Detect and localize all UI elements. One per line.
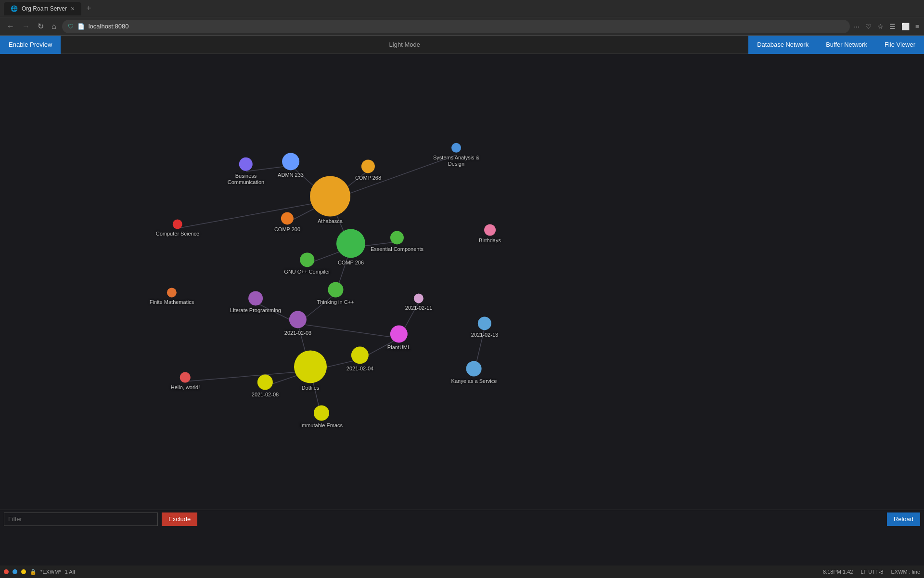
file-viewer-button[interactable]: File Viewer — [876, 36, 924, 54]
node-circle — [173, 219, 182, 229]
network-node[interactable]: COMP 268 — [355, 159, 381, 181]
sidebar-icon[interactable]: ⬜ — [901, 23, 910, 30]
reader-view-icon[interactable]: ☰ — [889, 23, 896, 30]
node-label: COMP 268 — [355, 175, 381, 181]
status-right: 8:18PM 1.42 LF UTF-8 EXWM : line — [823, 569, 920, 575]
node-circle — [478, 316, 491, 330]
network-node[interactable]: Immutable Emacs — [300, 405, 343, 429]
exclude-button[interactable]: Exclude — [162, 512, 197, 526]
new-tab-button[interactable]: + — [83, 3, 94, 13]
forward-button[interactable]: → — [20, 20, 32, 33]
node-label: Literate Programming — [230, 307, 281, 314]
network-node[interactable]: BusinessCommunication — [228, 158, 264, 185]
toolbar-center: Light Mode — [389, 41, 420, 48]
network-node[interactable]: Kanye as a Service — [451, 361, 497, 384]
network-node[interactable]: Dotfiles — [294, 350, 327, 391]
menu-dots-icon[interactable]: ··· — [854, 23, 860, 30]
node-circle — [484, 224, 496, 236]
main-menu-icon[interactable]: ≡ — [915, 23, 919, 30]
network-node[interactable]: 2021-02-08 — [252, 374, 279, 398]
network-node[interactable]: GNU C++ Compiler — [284, 252, 330, 275]
svg-line-12 — [298, 324, 399, 338]
light-mode-label: Light Mode — [389, 41, 420, 48]
network-node[interactable]: Birthdays — [479, 224, 501, 244]
address-bar[interactable]: 🛡 📄 localhost:8080 — [62, 20, 850, 33]
node-label: Kanye as a Service — [451, 378, 497, 384]
filter-bar: Exclude Reload — [0, 510, 924, 528]
reload-button[interactable]: Reload — [887, 512, 920, 526]
node-circle — [351, 346, 369, 364]
network-node[interactable]: Hello, world! — [171, 372, 200, 391]
tab-title: Org Roam Server — [22, 5, 67, 12]
back-button[interactable]: ← — [5, 20, 16, 33]
node-circle — [294, 350, 327, 383]
network-node[interactable]: Finite Mathematics — [150, 288, 194, 305]
status-mode: EXWM : line — [891, 569, 920, 575]
network-node[interactable]: 2021-02-13 — [471, 316, 498, 338]
network-node[interactable]: ADMN 233 — [278, 153, 304, 178]
filter-input[interactable] — [4, 512, 158, 526]
enable-preview-button[interactable]: Enable Preview — [0, 36, 61, 54]
node-label: Immutable Emacs — [300, 422, 343, 429]
node-circle — [328, 282, 343, 297]
node-label: Hello, world! — [171, 384, 200, 391]
node-label: 2021-02-11 — [405, 305, 432, 311]
active-tab[interactable]: 🌐 Org Roam Server × — [4, 2, 81, 15]
node-circle — [282, 153, 299, 170]
node-circle — [167, 288, 177, 297]
tab-strip: 🌐 Org Roam Server × + — [4, 2, 94, 15]
network-node[interactable]: COMP 206 — [336, 229, 365, 266]
network-node[interactable]: Literate Programming — [230, 291, 281, 314]
node-label: 2021-02-08 — [252, 392, 279, 398]
shield-icon: 🛡 — [68, 23, 74, 30]
buffer-network-button[interactable]: Buffer Network — [817, 36, 876, 54]
status-time: 8:18PM 1.42 — [823, 569, 853, 575]
url-display: localhost:8080 — [89, 23, 844, 30]
database-network-button[interactable]: Database Network — [748, 36, 817, 54]
network-edges-svg — [0, 54, 924, 540]
node-label: GNU C++ Compiler — [284, 269, 330, 275]
page-icon: 📄 — [77, 23, 85, 30]
node-label: Dotfiles — [302, 385, 320, 391]
node-label: Computer Science — [156, 231, 200, 237]
network-node[interactable]: 2021-02-04 — [346, 346, 373, 372]
node-circle — [361, 159, 375, 173]
node-circle — [289, 311, 307, 328]
node-circle — [390, 325, 408, 342]
app-toolbar: Enable Preview Light Mode Database Netwo… — [0, 36, 924, 54]
network-node[interactable]: Essential Components — [371, 231, 424, 252]
node-label: Essential Components — [371, 246, 424, 252]
tab-close-button[interactable]: × — [71, 5, 75, 13]
emacs-lock-icon: 🔒 — [30, 569, 37, 575]
emacs-workspace: *EXWM* — [40, 569, 61, 575]
status-dot-blue — [13, 569, 17, 574]
network-node[interactable]: PlantUML — [387, 325, 411, 351]
tab-favicon: 🌐 — [11, 5, 18, 12]
browser-nav: ← → ↻ ⌂ 🛡 📄 localhost:8080 ··· ♡ ☆ ☰ ⬜ ≡ — [0, 17, 924, 36]
svg-line-20 — [185, 371, 310, 381]
network-node[interactable]: Computer Science — [156, 219, 200, 237]
bookmark-icon[interactable]: ♡ — [865, 23, 872, 30]
node-circle — [180, 372, 191, 382]
node-circle — [257, 374, 273, 390]
node-circle — [451, 143, 461, 153]
network-node[interactable]: 2021-02-11 — [405, 293, 432, 311]
node-label: BusinessCommunication — [228, 173, 264, 185]
network-node[interactable]: Athabasca — [310, 176, 350, 224]
browser-toolbar-icons: ··· ♡ ☆ ☰ ⬜ ≡ — [854, 23, 919, 30]
node-label: COMP 206 — [338, 260, 364, 266]
network-node[interactable]: 2021-02-03 — [284, 311, 311, 336]
network-node[interactable]: Thinking in C++ — [317, 282, 354, 305]
star-icon[interactable]: ☆ — [877, 23, 884, 30]
home-button[interactable]: ⌂ — [50, 20, 58, 33]
node-circle — [300, 252, 314, 267]
node-circle — [248, 291, 263, 305]
node-label: Systems Analysis &Design — [433, 155, 479, 167]
refresh-button[interactable]: ↻ — [36, 20, 46, 33]
network-node[interactable]: COMP 200 — [274, 212, 300, 233]
status-encoding: LF UTF-8 — [860, 569, 883, 575]
status-dot-red — [4, 569, 9, 574]
node-circle — [466, 361, 482, 376]
network-node[interactable]: Systems Analysis &Design — [433, 143, 479, 167]
node-label: PlantUML — [387, 344, 411, 351]
